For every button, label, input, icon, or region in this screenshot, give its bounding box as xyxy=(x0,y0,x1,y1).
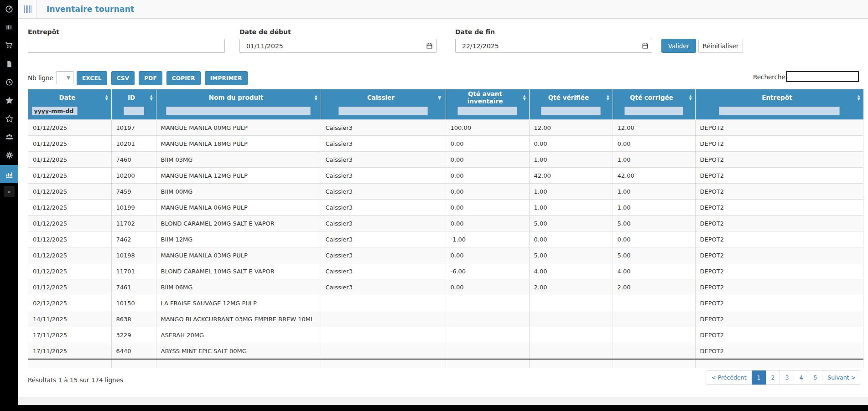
date-fin-field[interactable] xyxy=(455,39,652,53)
cell-qte_verifiee: 12.00 xyxy=(529,120,613,136)
column-label: Qté vérifiée xyxy=(548,94,589,101)
entrepot-input[interactable] xyxy=(32,42,221,50)
column-header-qte_verifiee[interactable]: Qté vérifiée▲▼ xyxy=(529,89,613,120)
cell-qte_avant: 0.00 xyxy=(446,136,529,152)
cell-caissier xyxy=(321,359,446,368)
calendar-icon[interactable] xyxy=(426,43,432,49)
export-copier-button[interactable]: COPIER xyxy=(166,71,201,85)
column-header-caissier[interactable]: Caissier▼ xyxy=(321,89,446,120)
search-input[interactable] xyxy=(786,71,859,82)
cell-nom xyxy=(156,359,321,368)
cell-caissier xyxy=(321,327,446,343)
cell-caissier: Caissier3 xyxy=(321,136,446,152)
cell-qte_verifiee: 42.00 xyxy=(529,168,613,184)
sidebar-collapse-toggle[interactable]: » xyxy=(4,186,15,197)
cell-caissier: Caissier3 xyxy=(321,168,446,184)
pagination-previous[interactable]: < Précédent xyxy=(706,370,752,385)
sidebar-item-gear[interactable] xyxy=(0,146,18,164)
nb-ligne-select[interactable]: ▼ xyxy=(57,71,73,84)
cell-qte_corrigee: 5.00 xyxy=(613,216,695,231)
cell-id: 7460 xyxy=(111,152,156,168)
export-csv-button[interactable]: CSV xyxy=(111,71,135,85)
sidebar-item-star-filled[interactable] xyxy=(0,91,18,109)
export-pdf-button[interactable]: PDF xyxy=(139,71,162,85)
pagination-next[interactable]: Suivant > xyxy=(822,370,861,385)
cell-id: 11701 xyxy=(111,263,156,279)
column-filter-nom[interactable] xyxy=(166,107,311,115)
column-header-qte_corrigee[interactable]: Qté corrigée▲▼ xyxy=(613,89,695,120)
cell-qte_corrigee xyxy=(613,295,695,311)
cell-qte_avant xyxy=(446,359,529,368)
column-header-id[interactable]: ID▲▼ xyxy=(111,89,156,120)
export-excel-button[interactable]: EXCEL xyxy=(77,71,107,85)
cell-qte_verifiee: 5.00 xyxy=(529,216,613,231)
pagination-page-3[interactable]: 3 xyxy=(780,370,794,385)
cell-entrepot: DEPOT2 xyxy=(695,168,863,184)
column-header-qte_avant[interactable]: Qté avant inventaire▲▼ xyxy=(446,89,529,120)
app: » Inventaire tournant Entrepôt Date de d… xyxy=(0,0,868,411)
cell-id: 8638 xyxy=(111,311,156,327)
table-row: 01/12/202510201MANGUE MANILA 18MG PULPCa… xyxy=(28,136,863,152)
pagination-page-4[interactable]: 4 xyxy=(794,370,808,385)
cell-id: 7459 xyxy=(111,184,156,200)
export-imprimer-button[interactable]: IMPRIMER xyxy=(205,71,248,85)
column-label: Date xyxy=(59,94,76,101)
cell-qte_avant: 0.00 xyxy=(446,168,529,184)
table-row: 01/12/202511701BLOND CARAMEL 10MG SALT E… xyxy=(28,263,863,279)
cell-qte_avant: 0.00 xyxy=(446,216,529,231)
chevron-down-icon: ▼ xyxy=(67,75,70,80)
reinitialiser-button[interactable]: Réinitialiser xyxy=(698,39,743,53)
sidebar-item-dashboard[interactable] xyxy=(0,0,18,18)
cell-qte_avant: 0.00 xyxy=(446,184,529,200)
date-fin-input[interactable] xyxy=(459,42,639,50)
dashboard-icon xyxy=(5,5,13,13)
cell-date: 01/12/2025 xyxy=(28,231,112,247)
cell-date: 14/11/2025 xyxy=(28,311,112,327)
sidebar-item-document[interactable] xyxy=(0,55,18,73)
date-debut-field[interactable] xyxy=(239,39,437,53)
sidebar: » xyxy=(0,0,18,405)
sidebar-item-clock[interactable] xyxy=(0,73,18,91)
sidebar-item-star-outline[interactable] xyxy=(0,109,18,128)
sidebar-item-users[interactable] xyxy=(0,128,18,146)
column-filter-qte_verifiee[interactable] xyxy=(541,107,601,115)
cell-qte_avant xyxy=(446,343,529,360)
sidebar-item-cart[interactable] xyxy=(0,36,18,55)
column-filter-qte_avant[interactable] xyxy=(457,107,517,115)
table-row: 01/12/20257459BIIM 00MGCaissier30.001.00… xyxy=(28,184,863,200)
cell-date: 01/12/2025 xyxy=(28,136,112,152)
entrepot-select[interactable] xyxy=(28,39,225,53)
pagination-page-1[interactable]: 1 xyxy=(752,370,766,385)
column-filter-entrepot[interactable] xyxy=(719,107,840,115)
cell-qte_avant: -1.00 xyxy=(446,231,529,247)
cell-caissier: Caissier3 xyxy=(321,184,446,200)
menu-stripes-icon[interactable] xyxy=(24,5,31,13)
cell-caissier: Caissier3 xyxy=(321,120,446,136)
column-header-date[interactable]: Date▲▼ xyxy=(28,89,112,120)
barcode-icon xyxy=(5,23,13,31)
pagination-page-5[interactable]: 5 xyxy=(808,370,822,385)
cell-date: 01/12/2025 xyxy=(28,200,112,216)
column-filter-qte_corrigee[interactable] xyxy=(624,107,684,115)
pagination-page-2[interactable]: 2 xyxy=(766,370,780,385)
sidebar-item-barcode[interactable] xyxy=(0,18,18,36)
calendar-icon[interactable] xyxy=(642,43,648,49)
date-debut-input[interactable] xyxy=(244,42,424,50)
data-table: Date▲▼ID▲▼Nom du produit▲▼Caissier▼Qté a… xyxy=(28,89,860,368)
sidebar-item-bar-chart[interactable] xyxy=(0,165,18,183)
filter-dropdown-icon: ▼ xyxy=(438,95,442,100)
column-header-entrepot[interactable]: Entrepôt▲▼ xyxy=(695,89,863,120)
pagination: < Précédent12345Suivant > xyxy=(706,370,861,385)
cell-date: 01/12/2025 xyxy=(28,168,112,184)
column-filter-date[interactable] xyxy=(32,107,78,115)
column-filter-caissier[interactable] xyxy=(338,107,428,115)
cell-nom: MANGO BLACKCURRANT 03MG EMPIRE BREW 10ML xyxy=(156,311,321,327)
cell-qte_avant xyxy=(446,311,529,327)
column-header-nom[interactable]: Nom du produit▲▼ xyxy=(156,89,321,120)
valider-button[interactable]: Valider xyxy=(661,39,696,53)
column-filter-id[interactable] xyxy=(124,107,144,115)
cart-icon xyxy=(5,41,13,50)
users-icon xyxy=(5,133,14,141)
cell-qte_verifiee: 1.00 xyxy=(529,152,613,168)
cell-nom: MANGUE MANILA 18MG PULP xyxy=(156,136,321,152)
